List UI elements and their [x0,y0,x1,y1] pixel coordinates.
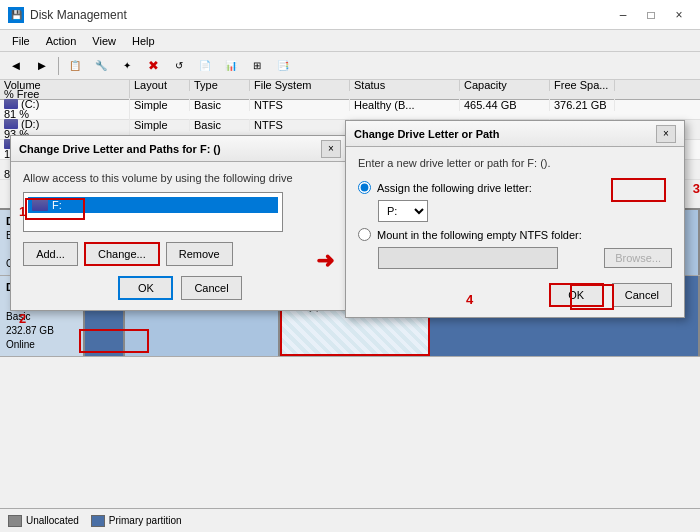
dialog1-title-bar: Change Drive Letter and Paths for F: () … [11,136,349,162]
drive-letter-select[interactable]: P: Q: R: S: [378,200,428,222]
legend-unallocated: Unallocated [8,515,79,527]
cell-fs: NTFS [250,119,350,131]
legend-unallocated-label: Unallocated [26,515,79,526]
add-button[interactable]: Add... [23,242,78,266]
back-button[interactable]: ◄ [4,55,28,77]
col-status: Status [350,80,460,91]
col-filesystem: File System [250,80,350,91]
menu-action[interactable]: Action [38,33,85,49]
col-type: Type [190,80,250,91]
dialog2-title: Change Drive Letter or Path [354,128,656,140]
dialog2-text: Enter a new drive letter or path for F: … [358,157,672,169]
dialog2-ok-button[interactable]: OK [549,283,604,307]
toolbar: ◄ ► 📋 🔧 ✦ ✖ ↺ 📄 📊 ⊞ 📑 [0,52,700,80]
forward-button[interactable]: ► [30,55,54,77]
dialog2-close-button[interactable]: × [656,125,676,143]
legend-unallocated-box [8,515,22,527]
toolbar-btn-1[interactable]: 📋 [63,55,87,77]
toolbar-btn-5[interactable]: ↺ [167,55,191,77]
mount-folder-label: Mount in the following empty NTFS folder… [377,229,582,241]
assign-letter-radio[interactable] [358,181,371,194]
col-capacity: Capacity [460,80,550,91]
dialog1-title: Change Drive Letter and Paths for F: () [19,143,321,155]
dialog2-confirm-buttons: OK Cancel [358,283,672,307]
remove-button[interactable]: Remove [166,242,233,266]
toolbar-btn-7[interactable]: 📊 [219,55,243,77]
change-button[interactable]: Change... [84,242,160,266]
dialog1-close-button[interactable]: × [321,140,341,158]
dialog2-cancel-button[interactable]: Cancel [612,283,672,307]
cell-type: Basic [190,99,250,111]
dialog1-content: Allow access to this volume by using the… [11,162,349,310]
col-layout: Layout [130,80,190,91]
menu-bar: File Action View Help [0,30,700,52]
legend-primary-box [91,515,105,527]
app-title: Disk Management [30,8,610,22]
dialog1-action-buttons: Add... Change... Remove [23,242,337,266]
drive-list[interactable]: F: [23,192,283,232]
dialog2-content: Enter a new drive letter or path for F: … [346,147,684,317]
assign-letter-option: Assign the following drive letter: [358,181,672,194]
legend: Unallocated Primary partition [0,508,700,532]
dialog2-title-bar: Change Drive Letter or Path × [346,121,684,147]
toolbar-btn-3[interactable]: ✦ [115,55,139,77]
app-icon: 💾 [8,7,24,23]
dialog1-confirm-buttons: OK Cancel [23,276,337,300]
dialog1-cancel-button[interactable]: Cancel [181,276,241,300]
toolbar-btn-4[interactable]: ✖ [141,55,165,77]
window-controls: – □ × [610,5,692,25]
cell-type: Basic [190,119,250,131]
toolbar-btn-8[interactable]: ⊞ [245,55,269,77]
table-header: Volume Layout Type File System Status Ca… [0,80,700,100]
cell-layout: Simple [130,99,190,111]
cell-status: Healthy (B... [350,99,460,111]
dialog1-text: Allow access to this volume by using the… [23,172,337,184]
cell-layout: Simple [130,119,190,131]
cell-fs: NTFS [250,99,350,111]
cell-capacity: 465.44 GB [460,99,550,111]
table-row[interactable]: (C:) Simple Basic NTFS Healthy (B... 465… [0,100,700,120]
toolbar-btn-2[interactable]: 🔧 [89,55,113,77]
drive-icon [32,199,48,211]
cell-free: 376.21 GB [550,99,615,111]
menu-file[interactable]: File [4,33,38,49]
assign-letter-label: Assign the following drive letter: [377,182,532,194]
menu-help[interactable]: Help [124,33,163,49]
mount-folder-option: Mount in the following empty NTFS folder… [358,228,672,241]
toolbar-btn-6[interactable]: 📄 [193,55,217,77]
maximize-button[interactable]: □ [638,5,664,25]
drive-list-item[interactable]: F: [28,197,278,213]
legend-primary-label: Primary partition [109,515,182,526]
dialog1-ok-button[interactable]: OK [118,276,173,300]
drive-letter-label: F: [52,199,62,211]
drive-letter-row: P: Q: R: S: [358,200,672,222]
close-button[interactable]: × [666,5,692,25]
col-freespace: Free Spa... [550,80,615,91]
dialog-change-drive-letter: Change Drive Letter and Paths for F: () … [10,135,350,311]
browse-button[interactable]: Browse... [604,248,672,268]
toolbar-btn-9[interactable]: 📑 [271,55,295,77]
folder-path-input[interactable] [378,247,558,269]
mount-folder-radio[interactable] [358,228,371,241]
menu-view[interactable]: View [84,33,124,49]
folder-path-row: Browse... [358,247,672,269]
minimize-button[interactable]: – [610,5,636,25]
dialog-change-drive-path: Change Drive Letter or Path × Enter a ne… [345,120,685,318]
title-bar: 💾 Disk Management – □ × [0,0,700,30]
legend-primary: Primary partition [91,515,182,527]
toolbar-separator-1 [58,57,59,75]
